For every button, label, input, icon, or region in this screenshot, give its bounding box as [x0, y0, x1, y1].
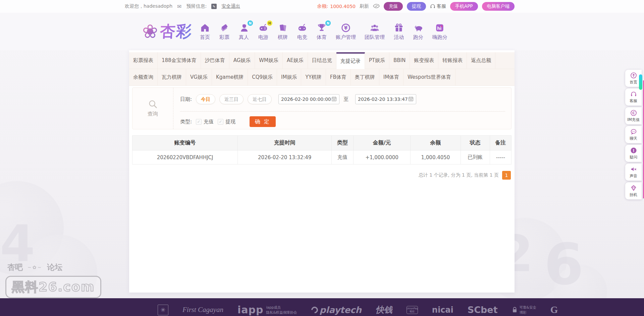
tab-wm[interactable]: WM娱乐 — [255, 52, 283, 69]
nav-item-promotions[interactable]: 活动 — [393, 22, 404, 41]
tab-saba-sports[interactable]: 沙巴体育 — [201, 52, 229, 69]
eye-off-icon[interactable] — [373, 4, 380, 9]
watermark: 杏吧 ~✿~ 论坛 黑料26.com — [5, 262, 101, 298]
sidebar-label: 挂机 — [630, 192, 637, 197]
unionpay-cn-text: 银联 — [410, 310, 415, 313]
col-status: 状态 — [461, 136, 490, 150]
cell-status: 已到账 — [461, 150, 490, 165]
withdraw-checkbox-label: 提现 — [225, 119, 235, 125]
sidebar-item-im-recharge[interactable]: C IM充值 — [625, 107, 642, 124]
recharge-checkbox[interactable]: ✓ 充值 — [196, 119, 214, 125]
hot-badge: H — [267, 20, 272, 26]
tab-vg[interactable]: VG娱乐 — [186, 69, 212, 86]
diamond-icon — [630, 185, 637, 191]
footer-logo-kuaiqian: 快钱 — [376, 304, 392, 315]
scrollbar-thumb[interactable] — [639, 74, 642, 90]
nav-item-boardgames[interactable]: 棋牌 — [277, 22, 288, 41]
tab-rebate-total[interactable]: 返点总额 — [467, 52, 495, 69]
site-logo[interactable]: ❀ 杏彩 — [142, 21, 192, 42]
balance-value: 1000.4050 — [330, 4, 356, 9]
tab-pt[interactable]: PT娱乐 — [365, 52, 389, 69]
tab-kgame[interactable]: Kgame棋牌 — [212, 69, 248, 86]
nav-item-esports[interactable]: 电竞 — [297, 22, 308, 41]
tabs-row-1: 彩票报表 188金宝博体育 沙巴体育 AG娱乐 WM娱乐 AE娱乐 日结总览 充… — [129, 52, 515, 69]
tab-aoding[interactable]: 奥丁棋牌 — [351, 69, 379, 86]
tab-transfer-report[interactable]: 转账报表 — [438, 52, 467, 69]
tab-wali[interactable]: 瓦力棋牌 — [158, 69, 186, 86]
search-icon — [148, 99, 158, 109]
nav-label: 团队管理 — [365, 34, 385, 41]
nav-item-hi-paofen[interactable]: hi 嗨跑分 — [432, 22, 447, 41]
tab-wesports[interactable]: Wesports世界体育 — [404, 69, 455, 86]
nav-item-team[interactable]: 团队管理 — [365, 22, 385, 41]
page-1-button[interactable]: 1 — [502, 171, 511, 180]
mobile-app-button[interactable]: 手机APP — [450, 2, 478, 11]
table-header-row: 账变编号 充提时间 类型 金额/元 余额 状态 备注 — [132, 136, 512, 150]
safe-line2: 博彩 — [520, 310, 536, 315]
nav-item-egames[interactable]: H 电游 — [258, 22, 269, 41]
ticket-icon — [219, 22, 230, 33]
new-badge: N — [248, 20, 253, 26]
headset-icon — [630, 91, 637, 98]
service-link[interactable]: 客服 — [430, 3, 446, 9]
refresh-link[interactable]: 刷新 — [360, 3, 369, 9]
withdraw-checkbox[interactable]: ✓ 提现 — [218, 119, 235, 125]
nav-item-account[interactable]: ¥ 账户管理 — [336, 22, 356, 41]
withdraw-button[interactable]: 提现 — [407, 2, 426, 11]
tab-deposit-withdraw-records[interactable]: 充提记录 — [336, 52, 365, 69]
tab-ag[interactable]: AG娱乐 — [229, 52, 255, 69]
brand-name: 杏彩 — [159, 21, 193, 42]
balance-label: 余额: — [317, 3, 328, 9]
sidebar-item-service[interactable]: 客服 — [625, 88, 642, 106]
recharge-button[interactable]: 充值 — [384, 2, 403, 11]
nav-item-paofen[interactable]: 跑分 — [413, 22, 424, 41]
headset-icon — [430, 4, 435, 9]
nav-label: 活动 — [394, 34, 404, 41]
tab-lottery-report[interactable]: 彩票报表 — [129, 52, 158, 69]
sound-off-icon — [630, 166, 637, 173]
quick-today-button[interactable]: 今日 — [196, 94, 215, 104]
tab-balance-query[interactable]: 余额查询 — [129, 69, 158, 86]
team-icon — [369, 22, 380, 33]
recharge-checkbox-label: 充值 — [204, 119, 214, 125]
edit-icon[interactable]: ✎ — [211, 4, 217, 9]
nav-item-live[interactable]: N 真人 — [238, 22, 249, 41]
flower-logo-icon: ❀ — [142, 22, 158, 41]
tab-cq9[interactable]: CQ9娱乐 — [248, 69, 277, 86]
pc-client-button[interactable]: 电脑客户端 — [482, 2, 515, 11]
svg-text:!: ! — [633, 148, 634, 153]
brandbar: ❀ 杏彩 首页 彩票 N 真人 H 电游 — [0, 13, 644, 50]
sidebar-item-chat[interactable]: 聊天 — [625, 126, 642, 143]
logout-link[interactable]: 安全退出 — [221, 3, 240, 9]
unionpay-text: UnionPay — [406, 307, 418, 310]
sidebar-item-sound[interactable]: 声音 — [625, 164, 642, 181]
new-badge: N — [325, 20, 331, 26]
nav-item-lottery[interactable]: 彩票 — [219, 22, 230, 41]
nav-item-home[interactable]: 首页 — [200, 22, 210, 41]
nav-label: 彩票 — [219, 34, 229, 41]
confirm-button[interactable]: 确 定 — [250, 116, 276, 127]
tab-ae[interactable]: AE娱乐 — [283, 52, 308, 69]
tab-daily-summary[interactable]: 日结总览 — [308, 52, 336, 69]
quick-7days-button[interactable]: 近七日 — [248, 94, 272, 104]
calendar-icon[interactable] — [408, 96, 414, 103]
calendar-icon[interactable] — [331, 96, 337, 103]
tab-bbin[interactable]: BBIN — [389, 52, 410, 69]
nav-label: 电游 — [258, 34, 268, 41]
tab-fb-sports[interactable]: FB体育 — [326, 69, 351, 86]
mail-icon[interactable]: ✉ — [177, 3, 181, 10]
tab-yy[interactable]: YY棋牌 — [301, 69, 326, 86]
nav-item-sports[interactable]: N 体育 — [316, 22, 327, 41]
sidebar-item-idle[interactable]: 挂机 — [625, 182, 642, 199]
sidebar-item-question[interactable]: ! 疑问 — [625, 145, 642, 162]
tab-account-change-report[interactable]: 账变报表 — [410, 52, 438, 69]
quick-3days-button[interactable]: 近三日 — [219, 94, 244, 104]
type-label: 类型: — [180, 119, 192, 125]
date-from-input[interactable]: 2026-02-20 00:00:00 — [278, 94, 339, 104]
tab-im-sports[interactable]: IM体育 — [379, 69, 404, 86]
footer-logo-scbet: SCbet — [468, 305, 498, 315]
nav-label: 电竞 — [297, 34, 307, 41]
tab-im-games[interactable]: IM娱乐 — [277, 69, 301, 86]
tab-188jbb-sports[interactable]: 188金宝博体育 — [158, 52, 201, 69]
date-to-input[interactable]: 2026-02-20 13:33:47 — [355, 94, 416, 104]
